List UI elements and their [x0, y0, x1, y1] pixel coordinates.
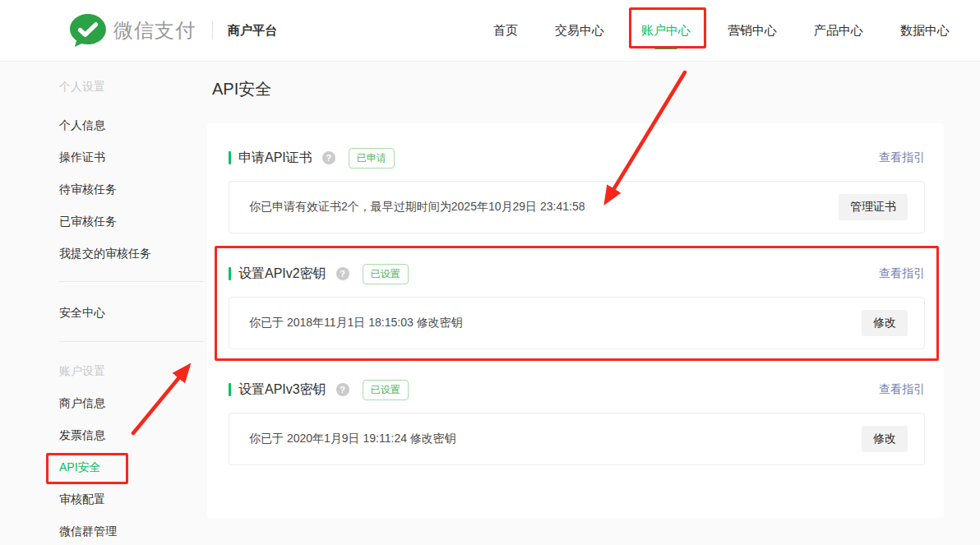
- logo-divider: [212, 21, 213, 39]
- nav-item-data-center[interactable]: 数据中心: [900, 23, 950, 39]
- apiv3-key-status-text: 你已于 2020年1月9日 19:11:24 修改密钥: [249, 432, 456, 446]
- page-title: API安全: [207, 78, 944, 100]
- sidebar-header-account-settings: 账户设置: [0, 355, 207, 387]
- help-icon[interactable]: ?: [336, 383, 349, 396]
- main-content: API安全 申请API证书 ? 已申请 查看指引 你已申请有效证书2个，最早过期…: [207, 62, 980, 545]
- sidebar: 个人设置 个人信息 操作证书 待审核任务 已审核任务 我提交的审核任务 安全中心…: [0, 62, 207, 545]
- modify-apiv2-key-button[interactable]: 修改: [862, 310, 908, 336]
- top-header: 微信支付 商户平台 首页 交易中心 账户中心 营销中心 产品中心 数据中心: [0, 0, 980, 62]
- portal-name: 商户平台: [228, 23, 277, 39]
- section-title: 申请API证书: [238, 150, 312, 167]
- apiv3-key-info-box: 你已于 2020年1月9日 19:11:24 修改密钥 修改: [229, 413, 925, 465]
- brand-name: 微信支付: [113, 17, 196, 44]
- sidebar-divider: [59, 281, 204, 282]
- sidebar-item-invoice-info[interactable]: 发票信息: [0, 419, 207, 451]
- section-accent-bar: [229, 267, 231, 280]
- section-accent-bar: [229, 151, 231, 164]
- manage-certificate-button[interactable]: 管理证书: [839, 194, 908, 220]
- section-header-api-certificate: 申请API证书 ? 已申请 查看指引: [229, 147, 925, 169]
- section-header-apiv3-key: 设置APIv3密钥 ? 已设置 查看指引: [229, 379, 925, 400]
- nav-item-transaction-center[interactable]: 交易中心: [555, 23, 604, 39]
- api-security-card: 申请API证书 ? 已申请 查看指引 你已申请有效证书2个，最早过期时间为202…: [207, 123, 944, 518]
- modify-apiv3-key-button[interactable]: 修改: [862, 426, 908, 452]
- section-title: 设置APIv2密钥: [238, 266, 326, 283]
- view-guide-link[interactable]: 查看指引: [879, 382, 925, 397]
- apiv2-key-status-text: 你已于 2018年11月1日 18:15:03 修改密钥: [249, 316, 463, 330]
- nav-item-product-center[interactable]: 产品中心: [814, 23, 863, 39]
- sidebar-item-personal-info[interactable]: 个人信息: [0, 109, 207, 141]
- sidebar-divider: [59, 341, 204, 342]
- sidebar-item-reviewed-tasks[interactable]: 已审核任务: [0, 206, 207, 238]
- sidebar-header-personal-settings: 个人设置: [0, 71, 207, 103]
- active-tab-underline: [654, 47, 677, 49]
- sidebar-item-security-center[interactable]: 安全中心: [0, 297, 207, 329]
- sidebar-item-my-submitted-tasks[interactable]: 我提交的审核任务: [0, 238, 207, 270]
- view-guide-link[interactable]: 查看指引: [879, 266, 925, 281]
- section-header-apiv2-key: 设置APIv2密钥 ? 已设置 查看指引: [229, 263, 925, 284]
- sidebar-item-review-config[interactable]: 审核配置: [0, 483, 207, 515]
- sidebar-item-wechat-group-management[interactable]: 微信群管理: [0, 515, 207, 545]
- nav-item-account-center[interactable]: 账户中心: [641, 23, 691, 39]
- sidebar-item-operation-certificate[interactable]: 操作证书: [0, 141, 207, 173]
- help-icon[interactable]: ?: [322, 151, 335, 164]
- help-icon[interactable]: ?: [336, 267, 349, 280]
- top-nav: 首页 交易中心 账户中心 营销中心 产品中心 数据中心: [493, 23, 950, 39]
- status-badge-set: 已设置: [363, 380, 409, 400]
- view-guide-link[interactable]: 查看指引: [879, 150, 925, 165]
- status-badge-applied: 已申请: [349, 148, 395, 169]
- apiv2-key-info-box: 你已于 2018年11月1日 18:15:03 修改密钥 修改: [229, 297, 925, 349]
- wechat-pay-logo-icon: [69, 13, 107, 48]
- sidebar-item-api-security[interactable]: API安全: [0, 451, 207, 483]
- status-badge-set: 已设置: [363, 264, 409, 284]
- api-certificate-info-box: 你已申请有效证书2个，最早过期时间为2025年10月29日 23:41:58 管…: [229, 181, 925, 233]
- sidebar-item-merchant-info[interactable]: 商户信息: [0, 387, 207, 419]
- brand-logo[interactable]: 微信支付 商户平台: [69, 13, 277, 48]
- nav-item-home[interactable]: 首页: [493, 23, 518, 39]
- nav-item-marketing-center[interactable]: 营销中心: [728, 23, 777, 39]
- sidebar-item-pending-review-tasks[interactable]: 待审核任务: [0, 173, 207, 206]
- certificate-status-text: 你已申请有效证书2个，最早过期时间为2025年10月29日 23:41:58: [249, 200, 585, 215]
- section-title: 设置APIv3密钥: [238, 381, 326, 399]
- section-accent-bar: [229, 383, 231, 396]
